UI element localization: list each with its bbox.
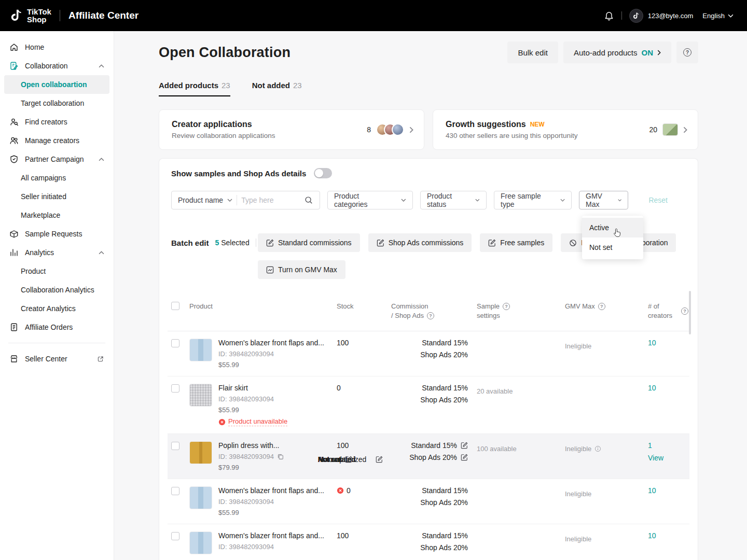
sidebar-item-label: Sample Requests <box>25 230 82 238</box>
tab-not-added[interactable]: Not added 23 <box>252 81 302 96</box>
help-icon: ? <box>683 48 691 57</box>
sidebar-item-all-campaigns[interactable]: All campaigns <box>4 169 109 187</box>
sidebar-divider <box>8 343 105 343</box>
chevron-right-icon <box>683 127 687 133</box>
brand-wordmark: TikTok Shop <box>27 8 51 23</box>
new-badge: NEW <box>530 121 545 128</box>
topbar-divider <box>621 11 622 20</box>
card-title: Growth suggestions <box>446 120 526 129</box>
dropdown-option-not-set[interactable]: Not set <box>582 237 643 257</box>
gmv-max-dropdown: Active Not set <box>582 216 643 259</box>
chevron-up-icon <box>99 158 104 161</box>
table-scrollbar[interactable] <box>689 291 691 334</box>
sidebar-item-collaboration[interactable]: Collaboration <box>4 57 109 75</box>
product-image <box>189 486 212 509</box>
batch-edit-label: Batch edit <box>171 239 209 247</box>
topbar: TikTok Shop Affiliate Center 123@byte.co… <box>0 0 747 31</box>
sample-requests-icon <box>9 229 19 239</box>
row-checkbox[interactable] <box>171 384 179 393</box>
applications-count: 8 <box>367 125 371 134</box>
select-all-checkbox[interactable] <box>171 302 179 310</box>
sidebar-item-label: Home <box>25 43 44 51</box>
avatar <box>392 123 404 136</box>
sidebar-item-marketplace[interactable]: Marketplace <box>4 206 109 225</box>
sidebar-item-partner-campaign[interactable]: Partner Campaign <box>4 150 109 169</box>
row-checkbox[interactable] <box>171 487 179 495</box>
notification-bell-icon[interactable] <box>604 10 614 21</box>
language-selector[interactable]: English <box>702 12 734 20</box>
option-label: Not set <box>589 243 612 251</box>
suggestion-thumbnail <box>662 123 678 136</box>
home-icon <box>9 43 19 52</box>
main-content: Open Collaboration Bulk edit Auto-add pr… <box>114 31 747 560</box>
sidebar-item-affiliate-orders[interactable]: Affiliate Orders <box>4 318 109 337</box>
chevron-right-icon <box>657 50 661 55</box>
option-label: Active <box>589 223 609 232</box>
tab-label: Not added <box>252 81 290 90</box>
partner-campaign-icon <box>9 155 19 164</box>
samples-toggle-label: Show samples and Shop Ads details <box>171 169 306 178</box>
help-button[interactable]: ? <box>676 41 698 63</box>
chevron-up-icon <box>99 64 104 68</box>
tiktok-logo-icon <box>9 8 23 23</box>
product-image <box>189 531 212 554</box>
sidebar: Home Collaboration Open collaboartion Ta… <box>0 31 114 560</box>
product-id: ID: 398482093094 <box>218 453 274 460</box>
creator-avatars <box>376 123 404 136</box>
collaboration-icon <box>9 61 19 71</box>
brand-line-2: Shop <box>27 16 51 23</box>
page-title: Open Collaboration <box>159 45 290 61</box>
sidebar-item-product-analytics[interactable]: Product <box>4 262 109 281</box>
account-avatar[interactable] <box>629 9 643 23</box>
sidebar-item-label: Collaboration Analytics <box>21 286 94 294</box>
sidebar-item-open-collaboration[interactable]: Open collaboartion <box>4 75 109 94</box>
topbar-divider <box>60 10 60 21</box>
sidebar-item-seller-initiated[interactable]: Seller initiated <box>4 187 109 206</box>
bulk-edit-label: Bulk edit <box>518 48 548 57</box>
row-checkbox[interactable] <box>171 442 179 450</box>
growth-suggestions-card[interactable]: Growth suggestions NEW 430 other sellers… <box>433 109 698 150</box>
card-title: Creator applications <box>172 120 275 129</box>
sidebar-item-label: Manage creators <box>25 136 79 145</box>
sidebar-item-target-collaboration[interactable]: Target collaboration <box>4 94 109 113</box>
sidebar-item-label: Marketplace <box>21 211 60 219</box>
batch-divider <box>256 239 256 247</box>
chevron-down-icon <box>227 199 232 202</box>
brand-line-1: TikTok <box>27 8 51 16</box>
sidebar-item-label: All campaigns <box>21 174 66 182</box>
gmv-chart-icon <box>266 266 274 274</box>
auto-add-products-button[interactable]: Auto-add products ON <box>563 41 671 63</box>
sidebar-item-label: Product <box>21 267 46 275</box>
sidebar-item-find-creators[interactable]: Find creators <box>4 113 109 131</box>
sidebar-item-label: Seller Center <box>25 355 67 363</box>
sidebar-item-seller-center[interactable]: Seller Center <box>4 349 109 368</box>
bulk-edit-button[interactable]: Bulk edit <box>507 41 558 63</box>
product-image <box>189 339 212 361</box>
sidebar-item-manage-creators[interactable]: Manage creators <box>4 131 109 150</box>
chevron-up-icon <box>99 251 104 255</box>
row-checkbox[interactable] <box>171 532 179 540</box>
sidebar-item-label: Collaboration <box>25 62 68 70</box>
sidebar-item-analytics[interactable]: Analytics <box>4 243 109 262</box>
card-subtitle: 430 other sellers are using this opportu… <box>446 132 577 139</box>
sidebar-item-sample-requests[interactable]: Sample Requests <box>4 225 109 243</box>
sidebar-item-label: Affiliate Orders <box>25 323 73 331</box>
tab-bar: Added products 23 Not added 23 <box>159 81 698 96</box>
find-creators-icon <box>9 117 19 127</box>
tab-added-products[interactable]: Added products 23 <box>159 81 230 96</box>
filter-field-label[interactable]: Product name <box>178 196 223 204</box>
creator-applications-card[interactable]: Creator applications Review collaboratio… <box>159 109 424 150</box>
sidebar-item-collaboration-analytics[interactable]: Collaboration Analytics <box>4 281 109 299</box>
suggestions-count: 20 <box>649 125 657 134</box>
samples-toggle[interactable] <box>314 168 332 178</box>
sidebar-item-home[interactable]: Home <box>4 38 109 57</box>
row-checkbox[interactable] <box>171 339 179 347</box>
edit-icon <box>266 239 274 247</box>
gmv-max-cell: Not set Ineligible <box>561 524 644 560</box>
sidebar-item-creator-analytics[interactable]: Creator Analytics <box>4 299 109 318</box>
tab-label: Added products <box>159 81 218 90</box>
sidebar-item-label: Open collaboartion <box>21 80 87 89</box>
sidebar-item-label: Seller initiated <box>21 192 66 201</box>
tab-count: 23 <box>222 81 230 90</box>
field-divider <box>237 195 237 205</box>
